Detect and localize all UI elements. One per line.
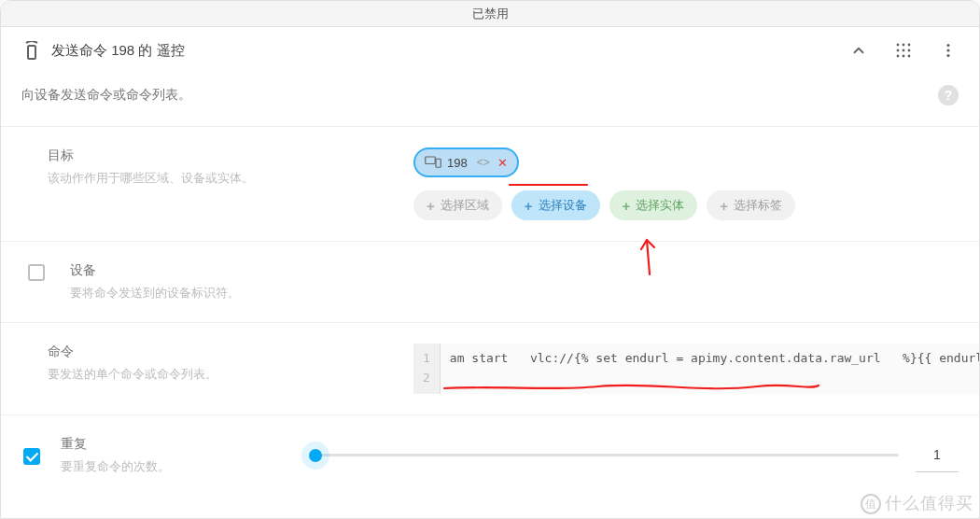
device-section: 设备 要将命令发送到的设备标识符。 bbox=[1, 242, 979, 323]
repeat-value-input[interactable] bbox=[916, 439, 959, 472]
add-entity-label: 选择实体 bbox=[636, 197, 684, 214]
repeat-sub: 要重复命令的次数。 bbox=[61, 458, 297, 475]
repeat-slider[interactable] bbox=[315, 454, 899, 456]
code-icon: <> bbox=[477, 156, 490, 169]
watermark: 值什么值得买 bbox=[861, 492, 973, 514]
svg-point-9 bbox=[908, 55, 911, 58]
watermark-text: 什么值得买 bbox=[885, 494, 973, 512]
svg-rect-0 bbox=[28, 46, 35, 59]
device-checkbox-col bbox=[21, 262, 51, 302]
device-labels: 设备 要将命令发送到的设备标识符。 bbox=[70, 262, 240, 302]
selected-device-chip[interactable]: 198 <> ✕ bbox=[413, 147, 519, 177]
device-sub: 要将命令发送到的设备标识符。 bbox=[70, 285, 240, 302]
add-area-chip[interactable]: +选择区域 bbox=[413, 190, 502, 220]
svg-point-7 bbox=[897, 55, 900, 58]
dialog-window: 已禁用 发送命令 198 的 遥控 向设备发送命令或命令列表。 ? 目标 该动作… bbox=[0, 0, 980, 519]
command-code-editor[interactable]: 12 am start vlc://{% set endurl = apimy.… bbox=[413, 344, 980, 394]
card-title: 发送命令 198 的 遥控 bbox=[51, 42, 848, 60]
command-labels: 命令 要发送的单个命令或命令列表。 bbox=[21, 344, 395, 383]
add-device-label: 选择设备 bbox=[539, 197, 587, 214]
device-checkbox[interactable] bbox=[28, 264, 45, 281]
repeat-slider-row bbox=[315, 439, 959, 472]
command-section: 命令 要发送的单个命令或命令列表。 12 am start vlc://{% s… bbox=[1, 323, 979, 415]
svg-point-3 bbox=[908, 44, 911, 47]
target-sub: 该动作作用于哪些区域、设备或实体。 bbox=[48, 170, 395, 187]
window-title: 已禁用 bbox=[472, 6, 509, 22]
svg-point-11 bbox=[946, 49, 949, 51]
svg-rect-14 bbox=[436, 159, 441, 167]
svg-point-5 bbox=[903, 49, 905, 52]
repeat-section: 重复 要重复命令的次数。 bbox=[1, 415, 979, 496]
target-section: 目标 该动作作用于哪些区域、设备或实体。 198 <> ✕ +选择区域 +选择设… bbox=[1, 127, 979, 242]
svg-point-4 bbox=[897, 49, 900, 52]
selected-device-label: 198 bbox=[447, 156, 468, 170]
code-gutter: 12 bbox=[413, 344, 441, 394]
svg-point-12 bbox=[946, 54, 949, 57]
titlebar: 已禁用 bbox=[1, 1, 979, 27]
slider-thumb[interactable] bbox=[309, 449, 322, 462]
devices-icon bbox=[425, 156, 441, 169]
command-sub: 要发送的单个命令或命令列表。 bbox=[48, 366, 395, 383]
repeat-labels: 重复 要重复命令的次数。 bbox=[61, 436, 297, 475]
add-device-chip[interactable]: +选择设备 bbox=[511, 190, 600, 220]
line-number-2: 2 bbox=[423, 369, 430, 388]
command-editor-wrap: 12 am start vlc://{% set endurl = apimy.… bbox=[413, 344, 980, 394]
collapse-button[interactable] bbox=[848, 40, 869, 61]
remote-icon bbox=[21, 40, 42, 61]
svg-point-1 bbox=[897, 44, 900, 47]
svg-point-10 bbox=[946, 44, 949, 47]
card-header: 发送命令 198 的 遥控 bbox=[1, 27, 979, 68]
code-body[interactable]: am start vlc://{% set endurl = apimy.con… bbox=[441, 344, 980, 394]
svg-point-2 bbox=[903, 44, 905, 47]
repeat-checkbox-col bbox=[21, 446, 42, 465]
device-label: 设备 bbox=[70, 262, 240, 279]
help-button[interactable]: ? bbox=[938, 85, 959, 105]
description-text: 向设备发送命令或命令列表。 bbox=[21, 87, 938, 104]
remove-device-button[interactable]: ✕ bbox=[497, 156, 508, 170]
add-entity-chip[interactable]: +选择实体 bbox=[609, 190, 698, 220]
header-actions bbox=[848, 40, 959, 61]
add-chips-row: +选择区域 +选择设备 +选择实体 +选择标签 bbox=[413, 190, 795, 220]
grid-icon[interactable] bbox=[893, 40, 914, 61]
svg-rect-13 bbox=[426, 157, 436, 164]
add-area-label: 选择区域 bbox=[441, 197, 489, 214]
repeat-label: 重复 bbox=[61, 436, 297, 453]
target-controls: 198 <> ✕ +选择区域 +选择设备 +选择实体 +选择标签 bbox=[413, 147, 959, 220]
target-label: 目标 bbox=[48, 147, 395, 164]
svg-point-6 bbox=[908, 49, 911, 52]
overflow-menu-button[interactable] bbox=[938, 40, 959, 61]
add-tag-chip[interactable]: +选择标签 bbox=[707, 190, 795, 220]
target-labels: 目标 该动作作用于哪些区域、设备或实体。 bbox=[21, 147, 395, 220]
svg-point-8 bbox=[903, 55, 905, 58]
line-number-1: 1 bbox=[423, 349, 430, 369]
description-row: 向设备发送命令或命令列表。 ? bbox=[1, 68, 979, 127]
repeat-checkbox[interactable] bbox=[23, 448, 40, 465]
add-tag-label: 选择标签 bbox=[734, 197, 782, 214]
command-label: 命令 bbox=[48, 344, 395, 360]
